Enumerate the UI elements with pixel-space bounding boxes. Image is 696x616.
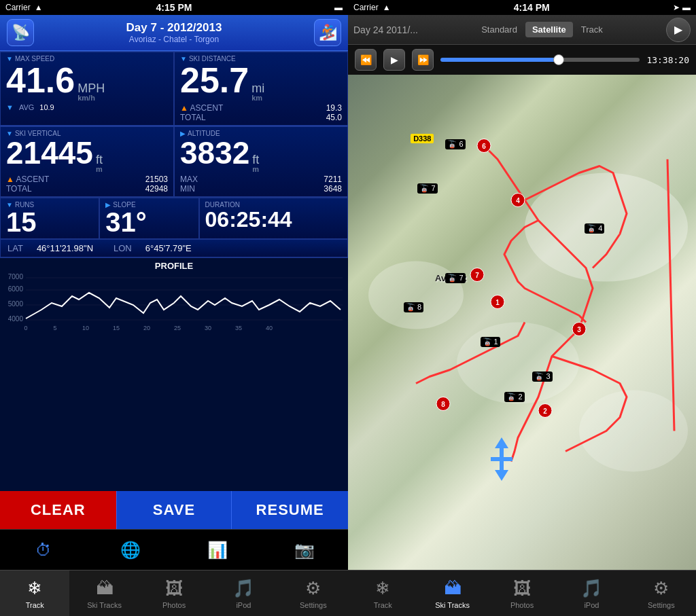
ipod-tab-icon-left: 🎵 (232, 578, 254, 599)
tab-settings-right[interactable]: ⚙ Settings (627, 570, 696, 616)
action-buttons: CLEAR SAVE RESUME (0, 491, 348, 529)
lift-marker-2: 🚡 2 (504, 392, 524, 402)
profile-section: PROFILE 7000 6000 5000 4000 0 5 10 15 20… (0, 257, 348, 491)
skier-icon[interactable]: 🏂 (314, 19, 341, 46)
timer-toolbar-item[interactable]: ⏱ (0, 530, 87, 570)
clear-button[interactable]: CLEAR (0, 491, 116, 529)
tab-track-right-label: Track (374, 601, 392, 609)
svg-text:5: 5 (53, 325, 56, 331)
wifi-icon: ▲ (35, 3, 43, 12)
svg-text:30: 30 (205, 325, 211, 331)
tab-photos-right[interactable]: 🖼 Photos (487, 570, 557, 616)
right-panel: Carrier ▲ 4:14 PM ➤ ▬ Day 24 2011/... St… (348, 0, 696, 616)
runs-slope-duration-row: ▼ RUNS 15 ▶ SLOPE 31° DURATION 06:25:44 (0, 197, 348, 239)
avg-row: ▼ AVG 10.9 (6, 103, 168, 111)
ipod-tab-icon-right: 🎵 (580, 578, 602, 599)
globe-toolbar-item[interactable]: 🌐 (87, 530, 174, 570)
svg-text:15: 15 (113, 325, 120, 331)
lift-marker-1: 🚡 1 (481, 337, 500, 347)
svg-point-20 (368, 261, 464, 329)
lift-marker-6: 🚡 6 (445, 139, 465, 149)
photos-tab-icon-left: 🖼 (165, 578, 183, 599)
playback-slider[interactable] (440, 58, 640, 62)
timer-icon: ⏱ (35, 541, 52, 560)
left-tab-bar: ❄ Track 🏔 Ski Tracks 🖼 Photos 🎵 iPod ⚙ S… (0, 570, 348, 616)
right-tab-bar: ❄ Track 🏔 Ski Tracks 🖼 Photos 🎵 iPod ⚙ S… (348, 570, 696, 616)
svg-text:20: 20 (143, 325, 150, 331)
settings-tab-icon-left: ⚙ (305, 578, 321, 599)
slope-value: 31° (105, 209, 192, 236)
camera-toolbar-item[interactable]: 📷 (261, 530, 348, 570)
tab-standard[interactable]: Standard (474, 22, 524, 37)
tab-track-map[interactable]: Track (574, 22, 610, 37)
lon-label: LON (114, 243, 132, 253)
svg-text:3: 3 (577, 326, 581, 333)
svg-text:2: 2 (543, 407, 547, 415)
tab-settings-left-label: Settings (300, 601, 327, 609)
profile-chart-svg: 7000 6000 5000 4000 0 5 10 15 20 25 30 3… (4, 272, 344, 333)
tab-track-right[interactable]: ❄ Track (348, 570, 417, 616)
pos-cross (491, 448, 512, 470)
svg-text:35: 35 (235, 325, 242, 331)
lift-marker-7b: 🚡 7 (445, 273, 465, 283)
tab-ski-tracks-left[interactable]: 🏔 Ski Tracks (69, 570, 139, 616)
svg-text:5000: 5000 (8, 300, 24, 308)
tab-ipod-right[interactable]: 🎵 iPod (557, 570, 626, 616)
bottom-toolbar: ⏱ 🌐 📊 📷 (0, 529, 348, 570)
pos-down-triangle (495, 470, 508, 481)
day-title: Day 7 - 2012/2013 (34, 21, 314, 35)
tab-satellite[interactable]: Satellite (525, 22, 573, 37)
altitude-cell: ▶ ALTITUDE 3832 ft m MAX 7211 MIN 3648 (174, 126, 348, 197)
mountain-tab-icon: 🏔 (96, 578, 114, 599)
chart-toolbar-item[interactable]: 📊 (174, 530, 261, 570)
resume-button[interactable]: RESUME (232, 491, 348, 529)
right-day-title: Day 24 2011/... (353, 24, 418, 35)
map-area[interactable]: 6 4 3 2 8 1 7 D338 Avoriaz 🚡 6 (348, 75, 696, 570)
lon-value: 6°45'7.79"E (145, 243, 192, 253)
tab-ski-tracks-right[interactable]: 🏔 Ski Tracks (417, 570, 487, 616)
play-button-large[interactable]: ▶ (666, 18, 691, 42)
chart-icon: 📊 (207, 541, 228, 560)
max-speed-cell: ▼ MAX SPEED 41.6 MPH km/h ▼ AVG 10.9 (0, 52, 174, 126)
right-location-icon: ➤ (673, 3, 680, 12)
svg-text:40: 40 (266, 325, 273, 331)
rewind-button[interactable]: ⏪ (355, 49, 377, 71)
left-status-bar: Carrier ▲ 4:15 PM ▬ (0, 0, 348, 15)
duration-cell: DURATION 06:25:44 (199, 198, 348, 239)
map-tabs: Standard Satellite Track (423, 22, 661, 37)
latlon-row: LAT 46°11'21.98"N LON 6°45'7.79"E (0, 239, 348, 257)
playback-bar: ⏪ ▶ ⏩ 13:38:20 (348, 45, 696, 75)
altitude-value-display: 3832 ft m (180, 137, 342, 173)
fast-forward-button[interactable]: ⏩ (412, 49, 434, 71)
right-header: Day 24 2011/... Standard Satellite Track… (348, 15, 696, 45)
svg-text:7000: 7000 (8, 273, 24, 280)
tab-track-left[interactable]: ❄ Track (0, 570, 69, 616)
lift-marker-7: 🚡 7 (417, 183, 437, 194)
play-pause-button[interactable]: ▶ (383, 49, 405, 71)
snowflake-tab-icon: ❄ (27, 578, 42, 599)
mountain-tab-icon-right: 🏔 (444, 578, 462, 599)
d338-road-label: D338 (411, 134, 434, 143)
tab-photos-right-label: Photos (510, 601, 534, 609)
runs-cell: ▼ RUNS 15 (0, 198, 99, 239)
ski-distance-value-display: 25.7 mi km (180, 62, 342, 102)
svg-text:7: 7 (475, 272, 479, 279)
left-panel: Carrier ▲ 4:15 PM ▬ 📡 Day 7 - 2012/2013 … (0, 0, 348, 616)
photos-tab-icon-right: 🖼 (513, 578, 531, 599)
tab-settings-left[interactable]: ⚙ Settings (279, 570, 348, 616)
tab-photos-left[interactable]: 🖼 Photos (139, 570, 209, 616)
track-overlay-svg: 6 4 3 2 8 1 7 (348, 75, 696, 570)
tab-ipod-left[interactable]: 🎵 iPod (209, 570, 278, 616)
carrier-label: Carrier (5, 3, 31, 12)
stats-grid-row1: ▼ MAX SPEED 41.6 MPH km/h ▼ AVG 10.9 ▼ S… (0, 51, 348, 126)
ascent-total-rows: ▲ ASCENT 19.3 TOTAL 45.0 (180, 103, 342, 122)
tab-ipod-left-label: iPod (236, 601, 251, 609)
right-carrier-label: Carrier (353, 3, 379, 12)
lift-marker-3: 🚡 3 (532, 372, 552, 382)
tab-track-left-label: Track (26, 601, 44, 609)
ski-distance-cell: ▼ SKI DISTANCE 25.7 mi km ▲ ASCENT 19.3 … (174, 52, 348, 126)
map-background: 6 4 3 2 8 1 7 D338 Avoriaz 🚡 6 (348, 75, 696, 570)
save-button[interactable]: SAVE (116, 491, 232, 529)
svg-text:4: 4 (516, 197, 520, 204)
svg-text:0: 0 (24, 325, 27, 331)
